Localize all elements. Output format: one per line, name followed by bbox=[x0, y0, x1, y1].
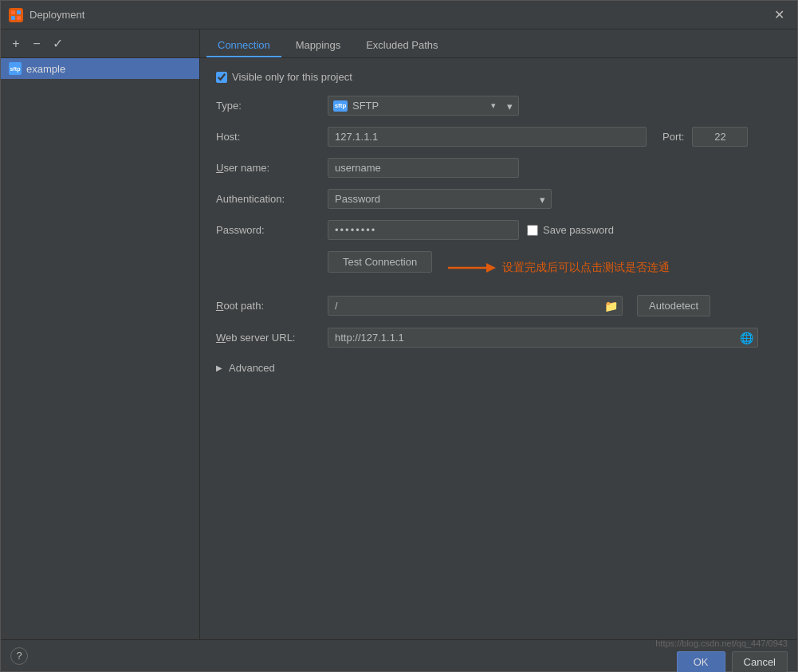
web-url-input-wrapper: 🌐 bbox=[328, 328, 758, 348]
web-url-group: 🌐 bbox=[328, 328, 758, 348]
tab-connection[interactable]: Connection bbox=[206, 34, 281, 57]
svg-rect-1 bbox=[17, 10, 21, 14]
password-row: Password: Save password bbox=[216, 220, 781, 240]
web-server-row: Web server URL: 🌐 bbox=[216, 328, 781, 348]
bottom-right: https://blog.csdn.net/qq_447/0943 OK Can… bbox=[655, 639, 788, 672]
visible-only-checkbox[interactable] bbox=[216, 72, 227, 83]
username-row: User name: bbox=[216, 158, 781, 178]
auth-select-wrapper: Password Key pair OpenSSH config and aut… bbox=[328, 189, 552, 209]
confirm-button[interactable]: ✓ bbox=[49, 35, 66, 53]
advanced-row[interactable]: ▶ Advanced bbox=[216, 359, 781, 377]
port-input[interactable] bbox=[692, 127, 748, 147]
sftp-type-icon: sftp bbox=[333, 100, 348, 112]
remove-button[interactable]: − bbox=[28, 35, 45, 53]
content-area: + − ✓ sftp example Connection Mappings bbox=[1, 29, 797, 639]
title-bar: Deployment ✕ bbox=[1, 1, 797, 29]
visible-only-label: Visible only for this project bbox=[232, 71, 352, 83]
test-connection-row: Test Connection 设置完成后可以点击测试是否连通 bbox=[216, 251, 781, 284]
folder-icon: 📁 bbox=[604, 300, 618, 312]
type-select-wrapper: sftp SFTP ▾ bbox=[328, 96, 519, 116]
cancel-button[interactable]: Cancel bbox=[732, 651, 788, 672]
username-label: User name: bbox=[216, 162, 328, 174]
arrow-icon bbox=[448, 260, 496, 276]
root-path-group: 📁 Autodetect bbox=[328, 295, 710, 316]
add-button[interactable]: + bbox=[7, 35, 25, 53]
close-button[interactable]: ✕ bbox=[769, 6, 789, 24]
auth-row: Authentication: Password Key pair OpenSS… bbox=[216, 189, 781, 209]
type-dropdown-arrow: ▾ bbox=[491, 100, 496, 111]
tab-excluded-paths[interactable]: Excluded Paths bbox=[355, 34, 449, 57]
advanced-label: Advanced bbox=[229, 362, 275, 374]
help-button[interactable]: ? bbox=[10, 647, 28, 665]
sidebar-item-label: example bbox=[26, 63, 65, 75]
app-icon bbox=[9, 8, 23, 22]
host-label: Host: bbox=[216, 131, 328, 143]
type-select[interactable]: sftp SFTP ▾ bbox=[328, 96, 519, 116]
host-input[interactable] bbox=[328, 127, 647, 147]
auth-select[interactable]: Password Key pair OpenSSH config and aut… bbox=[328, 189, 552, 209]
save-password-group: Save password bbox=[527, 224, 614, 236]
save-password-label: Save password bbox=[543, 224, 614, 236]
root-path-input[interactable] bbox=[328, 296, 623, 316]
svg-rect-3 bbox=[17, 16, 21, 20]
dialog-buttons: OK Cancel bbox=[677, 651, 788, 672]
deployment-dialog: Deployment ✕ + − ✓ sftp example Connecti… bbox=[0, 0, 798, 672]
main-panel: Connection Mappings Excluded Paths Visib… bbox=[200, 29, 797, 639]
bottom-left: ? bbox=[10, 647, 28, 665]
sidebar: + − ✓ sftp example bbox=[1, 29, 200, 639]
password-label: Password: bbox=[216, 224, 328, 236]
password-input[interactable] bbox=[328, 220, 519, 240]
save-password-checkbox[interactable] bbox=[527, 225, 538, 236]
sftp-icon: sftp bbox=[9, 62, 22, 75]
type-value: SFTP bbox=[352, 100, 379, 112]
auth-label: Authentication: bbox=[216, 193, 328, 205]
window-title: Deployment bbox=[29, 9, 769, 21]
svg-rect-0 bbox=[11, 10, 15, 14]
autodetect-button[interactable]: Autodetect bbox=[637, 295, 710, 316]
form-area: Visible only for this project Type: sftp… bbox=[200, 58, 797, 639]
root-path-row: Root path: 📁 Autodetect bbox=[216, 295, 781, 316]
tabs-bar: Connection Mappings Excluded Paths bbox=[200, 29, 797, 58]
svg-marker-5 bbox=[486, 263, 496, 273]
ok-button[interactable]: OK bbox=[677, 651, 725, 672]
annotation-group: 设置完成后可以点击测试是否连通 bbox=[448, 260, 670, 276]
visible-only-row: Visible only for this project bbox=[216, 71, 781, 83]
annotation-text: 设置完成后可以点击测试是否连通 bbox=[502, 261, 670, 275]
web-server-input[interactable] bbox=[328, 328, 758, 348]
username-input[interactable] bbox=[328, 158, 519, 178]
host-port-group: Port: bbox=[328, 127, 748, 147]
host-row: Host: Port: bbox=[216, 127, 781, 147]
type-row: Type: sftp SFTP ▾ bbox=[216, 96, 781, 116]
root-path-input-wrapper: 📁 bbox=[328, 296, 623, 316]
advanced-expand-icon: ▶ bbox=[216, 364, 222, 372]
port-label: Port: bbox=[662, 131, 684, 143]
test-connection-button[interactable]: Test Connection bbox=[328, 251, 432, 273]
globe-icon: 🌐 bbox=[740, 332, 753, 344]
bottom-bar: ? https://blog.csdn.net/qq_447/0943 OK C… bbox=[1, 639, 797, 671]
web-server-label: Web server URL: bbox=[216, 332, 328, 344]
bottom-url: https://blog.csdn.net/qq_447/0943 bbox=[655, 639, 788, 648]
sidebar-item-example[interactable]: sftp example bbox=[1, 58, 199, 79]
svg-rect-2 bbox=[11, 16, 15, 20]
tab-mappings[interactable]: Mappings bbox=[285, 34, 352, 57]
root-path-label: Root path: bbox=[216, 300, 328, 312]
sidebar-toolbar: + − ✓ bbox=[1, 29, 199, 58]
type-label: Type: bbox=[216, 100, 328, 112]
